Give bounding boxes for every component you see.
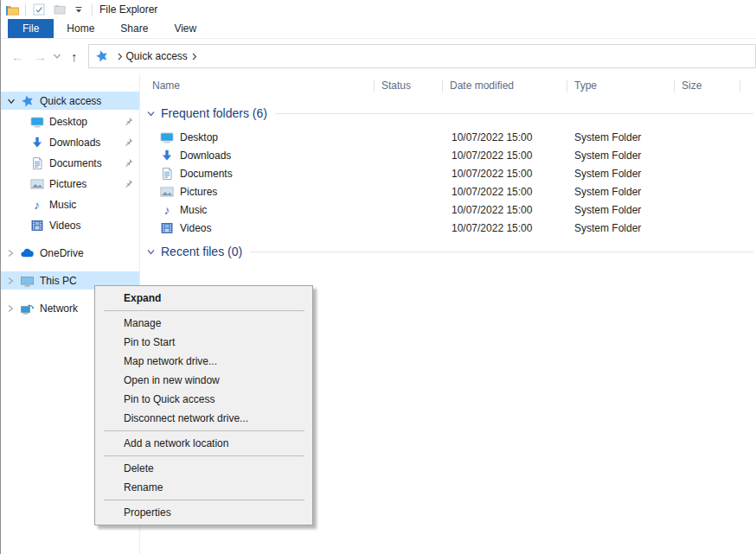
ribbon-tab-home[interactable]: Home: [54, 19, 107, 38]
sidebar-item-documents[interactable]: Documents: [1, 154, 139, 172]
sidebar-item-videos[interactable]: Videos: [1, 216, 139, 234]
context-menu-item-properties[interactable]: Properties: [95, 503, 312, 522]
file-type: System Folder: [567, 204, 675, 216]
ribbon-tab-view[interactable]: View: [161, 19, 209, 38]
sidebar-item-label: OneDrive: [40, 247, 121, 259]
file-date-modified: 10/07/2022 15:00: [443, 131, 567, 143]
context-menu-item-delete[interactable]: Delete: [95, 459, 312, 478]
column-header-type[interactable]: Type: [567, 73, 675, 98]
forward-icon[interactable]: →: [34, 50, 47, 63]
file-date-modified: 10/07/2022 15:00: [443, 222, 567, 234]
recent-locations-chevron-icon[interactable]: [53, 53, 61, 60]
sidebar-item-label: Documents: [49, 157, 121, 169]
sidebar-item-quick-access[interactable]: Quick access: [1, 92, 139, 110]
titlebar-separator: [92, 3, 93, 16]
ribbon-tab-bar: FileHomeShareView: [1, 19, 756, 39]
breadcrumb-chevron-icon[interactable]: [190, 52, 198, 61]
downloads-icon: [29, 136, 44, 150]
column-header-status[interactable]: Status: [375, 73, 443, 98]
sidebar-item-label: Music: [49, 199, 121, 211]
window-title: File Explorer: [99, 3, 157, 16]
file-row-desktop[interactable]: Desktop 10/07/2022 15:00 System Folder: [140, 128, 756, 146]
column-header-name[interactable]: Name: [140, 73, 375, 98]
context-menu-item-label: Rename: [124, 481, 163, 494]
context-menu-item-label: Add a network location: [124, 437, 228, 449]
context-menu-item-pin-to-start[interactable]: Pin to Start: [95, 333, 312, 352]
downloads-icon: [160, 149, 174, 162]
column-header-label: Name: [152, 80, 180, 92]
ribbon-tab-share[interactable]: Share: [107, 19, 161, 38]
context-menu-separator: [104, 430, 304, 431]
ribbon-tab-label: Home: [67, 22, 94, 35]
context-menu-item-open-in-new-window[interactable]: Open in new window: [95, 371, 312, 390]
context-menu-item-disconnect-network-drive[interactable]: Disconnect network drive...: [95, 409, 312, 428]
sidebar-item-label: Downloads: [49, 137, 121, 149]
titlebar-separator: [25, 3, 26, 16]
sidebar-item-music[interactable]: ♪ Music: [1, 195, 139, 213]
pin-icon: [121, 137, 135, 148]
context-menu-item-label: Pin to Quick access: [124, 393, 215, 405]
context-menu: ExpandManagePin to StartMap network driv…: [94, 285, 313, 525]
collapse-chevron-icon[interactable]: [146, 248, 156, 256]
context-menu-item-manage[interactable]: Manage: [95, 314, 312, 333]
file-row-videos[interactable]: Videos 10/07/2022 15:00 System Folder: [140, 219, 756, 237]
group-header-frequent-folders[interactable]: Frequent folders (6): [140, 104, 756, 123]
pictures-icon: [29, 177, 44, 191]
videos-icon: [29, 219, 44, 232]
file-row-pictures[interactable]: Pictures 10/07/2022 15:00 System Folder: [140, 182, 756, 201]
expand-chevron-icon[interactable]: [6, 248, 20, 258]
file-name: Documents: [180, 168, 233, 180]
back-icon[interactable]: ←: [11, 50, 24, 63]
file-row-downloads[interactable]: Downloads 10/07/2022 15:00 System Folder: [140, 146, 756, 164]
file-row-music[interactable]: ♪Music 10/07/2022 15:00 System Folder: [140, 201, 756, 219]
ribbon-tab-label: File: [22, 22, 39, 35]
sidebar-item-onedrive[interactable]: OneDrive: [1, 244, 139, 262]
context-menu-item-label: Disconnect network drive...: [124, 412, 248, 424]
qat-properties-icon[interactable]: [31, 2, 47, 17]
file-name: Desktop: [180, 131, 218, 143]
desktop-icon: [29, 115, 44, 129]
qat-new-folder-icon[interactable]: [52, 2, 67, 17]
context-menu-item-label: Properties: [124, 506, 171, 519]
context-menu-item-pin-to-quick-access[interactable]: Pin to Quick access: [95, 390, 312, 409]
context-menu-item-map-network-drive[interactable]: Map network drive...: [95, 352, 312, 371]
qat-dropdown-icon[interactable]: [71, 2, 86, 17]
breadcrumb-chevron-icon[interactable]: [116, 52, 124, 61]
expand-chevron-icon[interactable]: [6, 276, 20, 286]
sidebar-item-label: Quick access: [40, 95, 121, 107]
context-menu-item-label: Expand: [124, 292, 161, 304]
address-bar[interactable]: Quick access: [88, 44, 756, 68]
sidebar-item-desktop[interactable]: Desktop: [1, 112, 139, 131]
collapse-chevron-icon[interactable]: [146, 110, 156, 118]
context-menu-item-label: Map network drive...: [124, 355, 217, 367]
file-rows: Desktop 10/07/2022 15:00 System Folder D…: [140, 128, 756, 237]
group-header-recent-files[interactable]: Recent files (0): [140, 242, 756, 261]
up-icon[interactable]: ↑: [71, 50, 78, 63]
file-date-modified: 10/07/2022 15:00: [443, 150, 567, 162]
context-menu-item-rename[interactable]: Rename: [95, 478, 312, 497]
file-type: System Folder: [567, 222, 675, 234]
expand-chevron-icon[interactable]: [6, 303, 20, 314]
sidebar-item-pictures[interactable]: Pictures: [1, 175, 139, 193]
pin-icon: [121, 157, 135, 169]
group-header-rule: [250, 252, 753, 252]
file-name: Downloads: [180, 150, 231, 162]
navigation-bar: ← → ↑ Quick access: [1, 39, 756, 73]
breadcrumb-item[interactable]: Quick access: [126, 50, 188, 62]
column-header-size[interactable]: Size: [675, 73, 740, 98]
context-menu-item-add-a-network-location[interactable]: Add a network location: [95, 434, 312, 453]
music-icon: ♪: [160, 203, 174, 217]
ribbon-tab-label: View: [174, 22, 196, 35]
sidebar-item-downloads[interactable]: Downloads: [1, 133, 139, 151]
file-row-documents[interactable]: Documents 10/07/2022 15:00 System Folder: [140, 164, 756, 182]
context-menu-item-label: Open in new window: [124, 374, 220, 386]
sidebar-item-label: Videos: [49, 220, 121, 232]
context-menu-item-expand[interactable]: Expand: [95, 289, 312, 308]
group-header-label: Frequent folders (6): [161, 106, 267, 120]
expand-chevron-icon[interactable]: [6, 97, 20, 105]
this-pc-icon: [20, 274, 35, 288]
group-header-label: Recent files (0): [161, 245, 242, 258]
ribbon-tab-file[interactable]: File: [8, 19, 54, 38]
column-header-date-modified[interactable]: Date modified: [443, 73, 567, 98]
column-header-label: Size: [682, 80, 702, 92]
